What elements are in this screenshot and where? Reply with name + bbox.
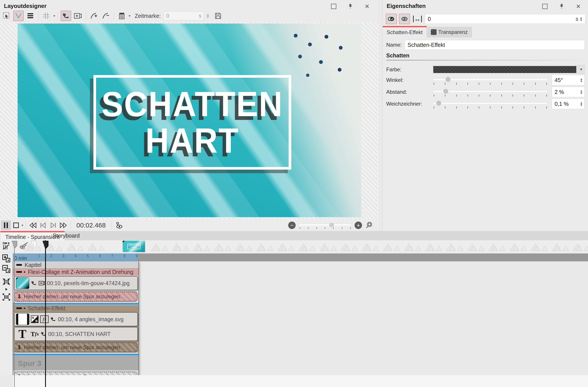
stop-button[interactable]	[11, 220, 21, 230]
stop-dropdown-caret[interactable]: ▾	[21, 223, 23, 227]
winkel-slider[interactable]	[433, 75, 548, 85]
zoom-slider-handle[interactable]	[329, 223, 334, 227]
timeline-item-svg[interactable]: AB fx 00:10, 4 angles_image.svg	[14, 312, 138, 326]
timeline-item-text[interactable]: T Tfx 00:10, SCHATTEN HART	[14, 327, 138, 341]
weichzeichner-label: Weichzeichner:	[386, 101, 433, 107]
timeline-item-image[interactable]: 00:10, pexels-tim-gouw-47424.jpg	[14, 276, 138, 290]
forward-button[interactable]	[58, 220, 68, 230]
zoom-out-button[interactable]: −	[288, 222, 296, 229]
select-tool-button[interactable]	[1, 11, 12, 21]
zoom-in-button[interactable]: +	[355, 222, 362, 229]
dropzone-flexi[interactable]: ⬇ Hierher ziehen, um neue Spur anzulegen…	[14, 292, 138, 302]
color-dropdown-button[interactable]: ▼	[578, 65, 585, 74]
shadow-color-swatch[interactable]	[433, 66, 577, 73]
duration-input[interactable]: 0 s ▲▼	[425, 14, 585, 24]
playhead-line[interactable]	[45, 240, 46, 387]
eye-marker-icon	[115, 222, 123, 228]
properties-pin-button[interactable]	[558, 3, 565, 10]
abstand-slider-handle[interactable]	[443, 89, 448, 94]
tab-schatten-effekt[interactable]: Schatten-Effekt	[383, 26, 427, 37]
curve-v-icon	[15, 13, 22, 19]
visibility-toggle-button[interactable]	[399, 14, 410, 24]
save-button[interactable]	[213, 11, 223, 21]
abstand-value-box[interactable]: 2 % ▲▼	[552, 87, 585, 97]
grow-track-height-button[interactable]	[1, 292, 11, 302]
tracks-view-button[interactable]	[25, 11, 36, 21]
pause-button[interactable]	[1, 220, 11, 230]
weichzeichner-slider[interactable]	[433, 99, 548, 109]
timeline-ruler[interactable]: 0 min 123456789	[13, 253, 588, 261]
text-fx-icon: Tfx	[31, 330, 39, 338]
selection-strip-bottom	[13, 354, 139, 356]
weichzeichner-value-box[interactable]: 0,1 % ▲▼	[552, 99, 585, 109]
collapse-all-tracks-button[interactable]	[1, 264, 11, 274]
camera-pan-button[interactable]	[73, 11, 83, 21]
close-button[interactable]: ✕	[364, 3, 370, 10]
track-header-flexi-collage[interactable]: Flexi-Collage mit Z-Animation und Drehun…	[13, 269, 139, 275]
range-marker-flag[interactable]	[31, 241, 37, 250]
winkel-spinner[interactable]: ▲▼	[580, 78, 583, 83]
curve-mode-button[interactable]	[13, 11, 24, 21]
dropzone-schatten[interactable]: ⬇ Hierher ziehen, um neue Spur anzulegen…	[14, 342, 138, 352]
shrink-icon	[2, 277, 11, 286]
maximize-button[interactable]	[330, 3, 337, 10]
track-display-options-button[interactable]	[1, 241, 11, 251]
expand-all-tracks-button[interactable]	[1, 254, 11, 263]
pin-button[interactable]	[347, 3, 354, 10]
clip-thumbnail[interactable]: SCHATTEN HART	[123, 241, 145, 252]
grid-dropdown-caret[interactable]: ▾	[53, 14, 55, 18]
expand-all-icon	[2, 254, 11, 263]
preview-zoom-slider[interactable]	[299, 222, 352, 229]
winkel-value-box[interactable]: 45° ▲▼	[552, 75, 585, 85]
item-thumbnail	[16, 277, 29, 289]
collapse-dash-icon[interactable]	[16, 264, 22, 266]
name-input[interactable]: Schatten-Effekt	[405, 40, 585, 50]
prev-frame-button[interactable]	[38, 220, 48, 230]
animation-curve-button[interactable]	[61, 11, 71, 21]
add-curve-point-button[interactable]	[89, 11, 99, 21]
next-frame-icon	[50, 222, 56, 228]
duration-spinner[interactable]: ▲▼	[580, 17, 583, 21]
properties-close-button[interactable]: ✕	[575, 3, 582, 10]
weichzeichner-spinner[interactable]: ▲▼	[580, 101, 583, 106]
prev-frame-icon	[40, 222, 46, 228]
placeholder-mountain-icon	[509, 242, 528, 251]
playhead-flag[interactable]	[42, 241, 49, 250]
next-frame-button[interactable]	[48, 220, 58, 230]
rewind-button[interactable]	[28, 220, 38, 230]
tab-storyboard[interactable]: Storyboard	[48, 231, 84, 240]
keyframe-toggle-button[interactable]	[386, 14, 397, 24]
preview-marker-button[interactable]	[114, 220, 124, 230]
drop-hint-text: Hierher ziehen, um neue Spur anzulegen.	[24, 344, 122, 350]
slide-preview[interactable]: SCHATTEN HART	[18, 23, 361, 217]
properties-maximize-button[interactable]	[542, 3, 548, 10]
weichzeichner-slider-handle[interactable]	[436, 101, 441, 106]
track-header-kapitel[interactable]: Kapitel	[13, 261, 139, 269]
zeitmarke-label: Zeitmarke:	[135, 13, 161, 19]
zeitmarke-input[interactable]: 0 s	[164, 11, 204, 20]
remove-curve-point-button[interactable]	[101, 11, 111, 21]
thumbnail-strip: SCHATTEN HART	[0, 240, 588, 252]
track-label: Schatten-Effekt	[28, 305, 65, 312]
track-header-schatten-effekt[interactable]: Schatten-Effekt	[13, 305, 139, 312]
layoutdesigner-title: Layoutdesigner	[4, 3, 47, 9]
collapse-dash-icon[interactable]	[16, 271, 22, 273]
keyframe-list-button[interactable]	[117, 11, 127, 21]
collapse-dash-icon[interactable]	[16, 307, 22, 309]
abstand-spinner[interactable]: ▲▼	[580, 90, 583, 94]
shrink-track-height-button[interactable]	[1, 277, 11, 286]
placeholder-mountain-icon	[467, 242, 486, 251]
abstand-slider[interactable]	[433, 87, 548, 97]
zeitmarke-spinner[interactable]: ▲▼	[206, 13, 209, 18]
tab-transparenz[interactable]: Transparenz	[427, 27, 472, 37]
zoom-fit-icon[interactable]	[365, 221, 373, 229]
scissors-icon[interactable]	[20, 242, 29, 249]
text-frame[interactable]: SCHATTEN HART	[93, 75, 291, 170]
winkel-slider-handle[interactable]	[445, 77, 450, 82]
track-header-spur3[interactable]: Spur 3	[13, 356, 139, 370]
start-marker-flag[interactable]	[12, 241, 17, 250]
list-dropdown-caret[interactable]: ▾	[129, 14, 130, 18]
rail-caret[interactable]	[1, 287, 11, 291]
placeholder-mountain-icon	[235, 242, 254, 251]
grid-button[interactable]	[41, 11, 52, 21]
